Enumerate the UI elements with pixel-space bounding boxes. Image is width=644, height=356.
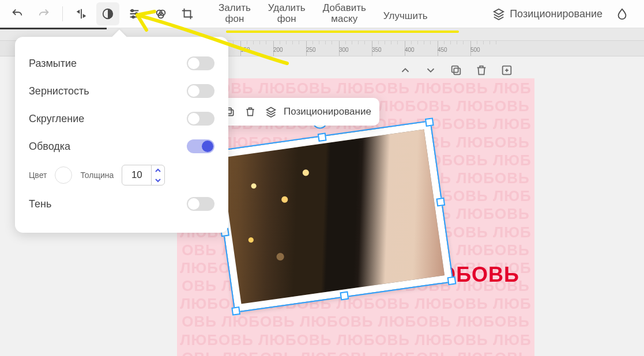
- ruler-tick-label: 250: [306, 47, 316, 53]
- positioning-label: Позиционирование: [510, 8, 602, 20]
- spinner-group: [151, 165, 164, 185]
- channels-icon: [155, 7, 167, 20]
- copy-icon: [450, 64, 462, 77]
- effects-icon: [101, 7, 114, 20]
- crop-button[interactable]: [176, 2, 199, 25]
- thickness-label: Толщина: [80, 171, 114, 180]
- layers-icon: [492, 7, 505, 20]
- resize-handle-top-mid[interactable]: [318, 132, 327, 142]
- add-button[interactable]: [496, 60, 517, 81]
- stroke-row: Обводка: [29, 132, 214, 160]
- resize-handle-mid-right[interactable]: [436, 198, 445, 207]
- text-button-group: Залитьфон Удалитьфон Добавитьмаску Улучш…: [210, 3, 436, 24]
- blur-label: Размытие: [29, 58, 77, 70]
- history-group: [0, 2, 199, 25]
- plus-square-icon: [500, 64, 513, 77]
- shadow-label: Тень: [29, 198, 51, 210]
- rounding-toggle[interactable]: [187, 112, 214, 126]
- ruler-tick-label: 300: [339, 47, 349, 53]
- droplet-button[interactable]: [611, 2, 634, 25]
- trash-icon: [475, 64, 488, 77]
- toolbar-right-group: Позиционирование: [492, 2, 644, 25]
- thickness-input[interactable]: [122, 169, 151, 181]
- effects-panel: Размытие Зернистость Скругление Обводка …: [15, 37, 228, 233]
- fill-bg-button[interactable]: Залитьфон: [210, 3, 259, 24]
- color-swatch[interactable]: [55, 166, 72, 184]
- progress-indicator: [0, 28, 107, 29]
- selection-toolbar: Позиционирование: [213, 98, 379, 126]
- shadow-row: Тень: [29, 190, 214, 218]
- caret-down-icon: [155, 177, 161, 183]
- color-channels-button[interactable]: [149, 2, 172, 25]
- resize-handle-bottom-right[interactable]: [447, 276, 457, 285]
- move-down-button[interactable]: [420, 60, 441, 81]
- redo-icon: [37, 7, 50, 20]
- layer-tools: [395, 60, 517, 81]
- ruler-tick-label: 500: [470, 47, 480, 53]
- caret-up-icon: [155, 168, 161, 173]
- undo-icon: [11, 7, 24, 20]
- ruler-tick-label: 350: [372, 47, 382, 53]
- remove-bg-button[interactable]: Удалитьфон: [260, 3, 314, 24]
- resize-handle-top-right[interactable]: [425, 118, 434, 127]
- ruler-tick-label: 150: [240, 47, 250, 53]
- ruler-tick-label: 200: [273, 47, 283, 53]
- effects-button[interactable]: [96, 2, 119, 25]
- chevron-down-icon: [424, 64, 437, 77]
- enhance-button[interactable]: Улучшить: [375, 6, 436, 22]
- stroke-label: Обводка: [29, 141, 70, 153]
- blur-row: Размытие: [29, 50, 214, 77]
- ruler-tick-label: 450: [438, 47, 447, 53]
- top-toolbar: Залитьфон Удалитьфон Добавитьмаску Улучш…: [0, 0, 644, 28]
- blur-toggle[interactable]: [187, 56, 214, 70]
- thickness-input-wrapper: [122, 165, 165, 185]
- add-mask-button[interactable]: Добавитьмаску: [315, 3, 374, 24]
- svg-rect-8: [452, 66, 458, 73]
- resize-handle-bottom-left[interactable]: [231, 306, 240, 316]
- rounding-row: Скругление: [29, 105, 214, 132]
- sliders-icon: [128, 7, 141, 20]
- undo-button[interactable]: [6, 2, 29, 25]
- grain-row: Зернистость: [29, 77, 214, 105]
- resize-handle-bottom-mid[interactable]: [340, 291, 349, 301]
- duplicate-button[interactable]: [446, 60, 466, 81]
- selection-layers-button[interactable]: [263, 104, 279, 120]
- svg-rect-10: [228, 110, 234, 116]
- selection-delete-button[interactable]: [242, 104, 258, 120]
- positioning-button[interactable]: Позиционирование: [492, 7, 602, 20]
- selection-outline: [212, 120, 454, 313]
- rounding-label: Скругление: [29, 113, 84, 125]
- flip-icon: [75, 7, 88, 20]
- grain-label: Зернистость: [29, 85, 89, 97]
- move-up-button[interactable]: [395, 60, 416, 81]
- droplet-icon: [616, 7, 628, 20]
- delete-button[interactable]: [471, 60, 492, 81]
- shadow-toggle[interactable]: [187, 197, 214, 211]
- selected-image-wrapper[interactable]: [213, 122, 452, 312]
- stroke-toggle[interactable]: [187, 139, 214, 153]
- adjust-button[interactable]: [123, 2, 146, 25]
- color-label: Цвет: [29, 171, 47, 180]
- crop-icon: [181, 7, 194, 20]
- thickness-up-button[interactable]: [152, 165, 164, 175]
- layers-icon: [265, 106, 277, 118]
- selection-positioning-button[interactable]: Позиционирование: [284, 106, 371, 118]
- chevron-up-icon: [399, 64, 412, 77]
- flip-button[interactable]: [70, 2, 93, 25]
- ruler-tick-label: 400: [405, 47, 415, 53]
- redo-button[interactable]: [32, 2, 55, 25]
- svg-rect-7: [454, 68, 460, 74]
- stroke-subrow: Цвет Толщина: [29, 160, 214, 190]
- trash-icon: [244, 106, 256, 118]
- grain-toggle[interactable]: [187, 84, 214, 98]
- thickness-down-button[interactable]: [152, 175, 164, 185]
